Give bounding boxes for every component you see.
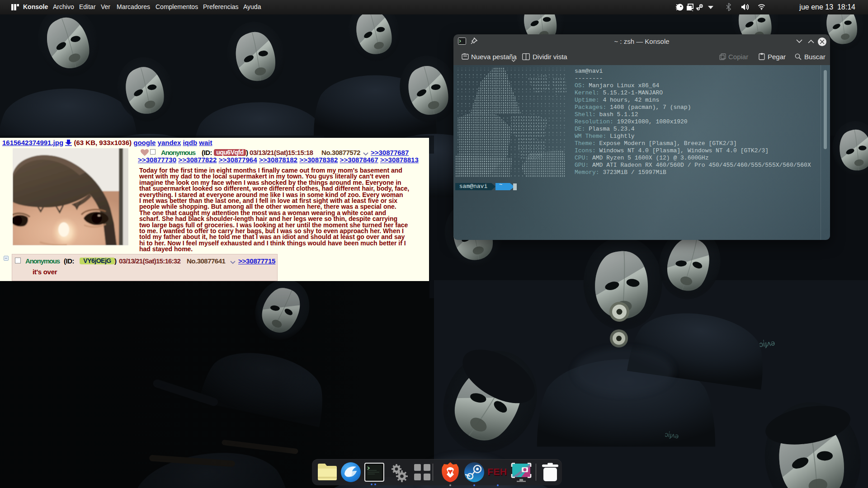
- svg-text:ɔi̇ɟʌə: ɔi̇ɟʌə: [759, 338, 775, 349]
